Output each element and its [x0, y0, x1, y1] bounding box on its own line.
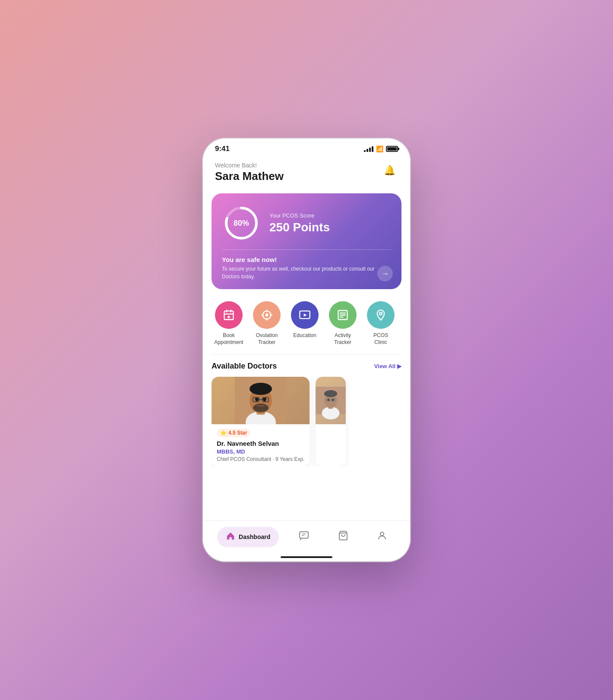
score-percentage: 80% — [234, 219, 249, 228]
nav-item-chat[interactable] — [290, 526, 318, 548]
chat-icon — [299, 530, 309, 543]
doctor-card-0[interactable]: ⭐ 4.5 Star Dr. Navneeth Selvan MBBS, MD … — [212, 377, 310, 467]
action-ovulation-tracker[interactable]: OvulationTracker — [250, 301, 284, 346]
bottom-navigation: Dashboard — [203, 520, 410, 556]
card-divider — [222, 249, 391, 250]
nav-item-cart[interactable] — [329, 526, 357, 548]
doctors-section-title: Available Doctors — [212, 362, 277, 371]
doctor-avatar-1 — [316, 377, 346, 424]
doctor-name-0: Dr. Navneeth Selvan — [217, 440, 304, 447]
doctors-section: Available Doctors View All ▶ — [203, 358, 410, 520]
action-book-appointment[interactable]: BookAppointment — [212, 301, 246, 346]
safe-title: You are safe now! — [222, 256, 391, 263]
battery-icon — [386, 146, 398, 152]
doctor-rating-0: ⭐ 4.5 Star — [217, 429, 250, 437]
score-top: 80% Your PCOS Score 250 Points — [222, 204, 391, 243]
view-all-button[interactable]: View All ▶ — [374, 363, 401, 369]
action-pcos-clinic[interactable]: PCOSClinic — [363, 301, 398, 346]
education-label: Education — [293, 332, 316, 339]
actions-row: BookAppointment OvulationTracker — [210, 300, 403, 347]
status-icons: 📶 — [364, 145, 398, 152]
signal-icon — [364, 146, 373, 152]
cart-icon — [338, 530, 348, 543]
score-footer: You are safe now! To secure your future … — [222, 256, 391, 281]
svg-rect-42 — [300, 532, 308, 538]
activity-tracker-label: ActivityTracker — [334, 332, 351, 346]
view-all-label: View All — [374, 363, 395, 369]
doctor-degree-0: MBBS, MD — [217, 448, 304, 455]
doctor-specialty-0: Chief PCOS Consultant · 9 Years Exp. — [217, 456, 304, 462]
pcos-clinic-label: PCOSClinic — [373, 332, 388, 346]
doctor-card-1-partial[interactable] — [316, 377, 346, 467]
card-arrow-button[interactable]: → — [377, 266, 393, 281]
wifi-icon: 📶 — [376, 145, 383, 152]
score-circle: 80% — [222, 204, 261, 243]
pcos-label: Your PCOS Score — [269, 212, 330, 219]
app-header: Welcome Back! Sara Mathew 🔔 — [203, 157, 410, 186]
nav-dashboard-label: Dashboard — [239, 533, 270, 540]
status-bar: 9:41 📶 — [203, 139, 410, 157]
welcome-text: Welcome Back! — [215, 162, 284, 169]
svg-point-25 — [250, 383, 272, 395]
doctor-photo-0 — [212, 377, 310, 424]
user-name: Sara Mathew — [215, 170, 284, 183]
nav-item-profile[interactable] — [368, 526, 396, 548]
doctors-header: Available Doctors View All ▶ — [212, 362, 401, 371]
score-value: 250 Points — [269, 221, 330, 234]
doctor-info-0: ⭐ 4.5 Star Dr. Navneeth Selvan MBBS, MD … — [212, 424, 310, 467]
doctors-list: ⭐ 4.5 Star Dr. Navneeth Selvan MBBS, MD … — [212, 377, 401, 467]
phone-shell: 9:41 📶 Welcome Back! Sara Mathew � — [203, 139, 410, 561]
quick-actions-section: BookAppointment OvulationTracker — [203, 296, 410, 351]
svg-point-36 — [324, 390, 337, 397]
screen: 9:41 📶 Welcome Back! Sara Mathew � — [203, 139, 410, 561]
ovulation-tracker-icon — [253, 301, 281, 329]
profile-icon — [377, 530, 387, 543]
svg-point-9 — [265, 314, 269, 317]
doctor-avatar-0 — [235, 377, 287, 424]
safe-description: To secure your future as well, checkout … — [222, 265, 378, 281]
notification-bell-icon[interactable]: 🔔 — [381, 162, 398, 179]
action-activity-tracker[interactable]: ActivityTracker — [325, 301, 360, 346]
star-icon: ⭐ — [220, 430, 227, 436]
pcos-score-card: 80% Your PCOS Score 250 Points You are s… — [212, 193, 401, 289]
score-info: Your PCOS Score 250 Points — [269, 212, 330, 234]
pcos-clinic-icon — [367, 301, 395, 329]
ovulation-tracker-label: OvulationTracker — [256, 332, 278, 346]
activity-tracker-icon — [329, 301, 357, 329]
action-education[interactable]: Education — [288, 301, 322, 346]
nav-item-dashboard[interactable]: Dashboard — [217, 527, 279, 547]
doctor-photo-1 — [316, 377, 346, 424]
rating-value: 4.5 Star — [228, 430, 247, 436]
book-appointment-label: BookAppointment — [214, 332, 243, 346]
view-all-arrow-icon: ▶ — [397, 363, 401, 369]
book-appointment-icon — [215, 301, 243, 329]
svg-marker-15 — [304, 314, 307, 317]
status-time: 9:41 — [215, 145, 230, 153]
svg-point-46 — [380, 532, 384, 536]
section-divider — [212, 354, 401, 355]
svg-point-31 — [253, 404, 269, 412]
education-icon — [291, 301, 319, 329]
dashboard-home-icon — [226, 531, 235, 543]
svg-point-20 — [379, 312, 382, 315]
user-greeting: Welcome Back! Sara Mathew — [215, 162, 284, 183]
home-indicator — [281, 556, 332, 558]
